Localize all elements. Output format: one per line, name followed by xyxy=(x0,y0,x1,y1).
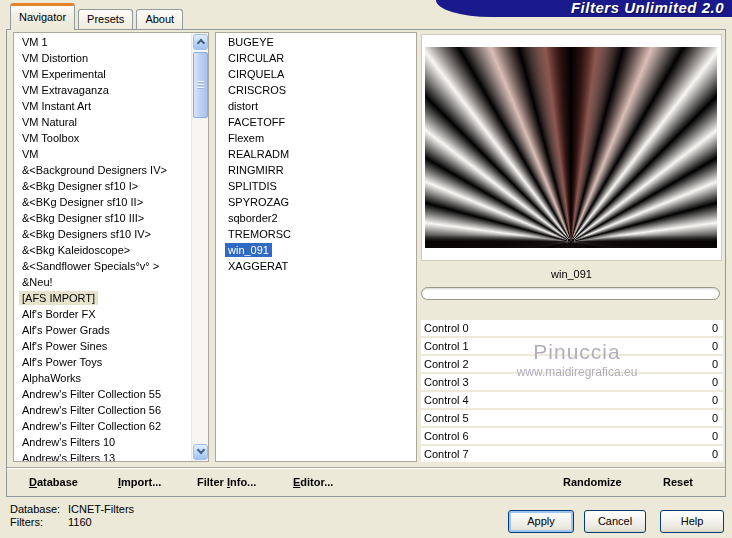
category-list-item[interactable]: &<Bkg Designer sf10 I> xyxy=(14,179,191,195)
control-row[interactable]: Control 40 xyxy=(421,392,723,408)
control-value: 0 xyxy=(712,374,718,390)
category-list-item[interactable]: Andrew's Filter Collection 62 xyxy=(14,419,191,435)
status-database-label: Database: xyxy=(10,503,65,515)
scrollbar-thumb[interactable] xyxy=(193,52,208,118)
control-label: Control 5 xyxy=(424,410,469,426)
control-row[interactable]: Control 00 xyxy=(421,320,723,336)
selected-filter-name: win_091 xyxy=(421,266,722,283)
tab-strip: Navigator Presets About xyxy=(10,3,186,30)
control-label: Control 3 xyxy=(424,374,469,390)
category-list-item[interactable]: Alf's Power Toys xyxy=(14,355,191,371)
category-list-item[interactable]: &<Bkg Designer sf10 III> xyxy=(14,211,191,227)
scroll-down-button[interactable] xyxy=(193,444,208,460)
filter-listbox[interactable]: BUGEYECIRCULARCIRQUELACRISCROSdistortFAC… xyxy=(215,32,417,462)
preview-frame xyxy=(421,34,722,261)
filter-list-item[interactable]: CRISCROS xyxy=(216,83,416,99)
app-brand-banner: Filters Unlimited 2.0 xyxy=(436,0,732,17)
filter-list-item[interactable]: CIRQUELA xyxy=(216,67,416,83)
control-label: Control 7 xyxy=(424,446,469,462)
category-list-item[interactable]: VM xyxy=(14,147,191,163)
category-list-item[interactable]: VM Distortion xyxy=(14,51,191,67)
tab-presets[interactable]: Presets xyxy=(78,9,133,29)
control-label: Control 0 xyxy=(424,320,469,336)
control-value: 0 xyxy=(712,356,718,372)
category-list-item[interactable]: VM 1 xyxy=(14,35,191,51)
filter-preview-image xyxy=(425,47,717,248)
filter-list-item[interactable]: BUGEYE xyxy=(216,35,416,51)
filter-list-item[interactable]: SPYROZAG xyxy=(216,195,416,211)
cancel-button[interactable]: Cancel xyxy=(584,510,646,533)
chevron-down-icon xyxy=(197,446,205,454)
control-row[interactable]: Control 20 xyxy=(421,356,723,372)
preview-progress-slider[interactable] xyxy=(421,287,720,300)
filter-list-item[interactable]: TREMORSC xyxy=(216,227,416,243)
category-list-item[interactable]: VM Toolbox xyxy=(14,131,191,147)
filter-list-item[interactable]: XAGGERAT xyxy=(216,259,416,275)
control-value: 0 xyxy=(712,446,718,462)
navigator-tab-page: VM 1VM DistortionVM ExperimentalVM Extra… xyxy=(6,29,726,497)
status-database: Database: ICNET-Filters xyxy=(10,503,134,515)
randomize-button[interactable]: Randomize xyxy=(563,476,622,488)
control-label: Control 6 xyxy=(424,428,469,444)
import-button[interactable]: Import... xyxy=(118,476,161,488)
category-list-item[interactable]: VM Natural xyxy=(14,115,191,131)
panel-action-bar: Database Import... Filter Info... Editor… xyxy=(7,467,725,496)
tab-navigator[interactable]: Navigator xyxy=(10,3,75,30)
category-list-item[interactable]: Alf's Power Grads xyxy=(14,323,191,339)
category-list-item[interactable]: [AFS IMPORT] xyxy=(14,291,191,307)
filter-list-item[interactable]: win_091 xyxy=(216,243,416,259)
chevron-up-icon xyxy=(197,39,205,47)
category-list-item[interactable]: VM Experimental xyxy=(14,67,191,83)
control-label: Control 2 xyxy=(424,356,469,372)
category-list-item[interactable]: &<Sandflower Specials°v° > xyxy=(14,259,191,275)
category-list-item[interactable]: Andrew's Filters 13 xyxy=(14,451,191,462)
filter-list-item[interactable]: SPLITDIS xyxy=(216,179,416,195)
category-list-item[interactable]: VM Extravaganza xyxy=(14,83,191,99)
filter-list-item[interactable]: RINGMIRR xyxy=(216,163,416,179)
category-listbox[interactable]: VM 1VM DistortionVM ExperimentalVM Extra… xyxy=(13,32,209,462)
filter-list-item[interactable]: Flexem xyxy=(216,131,416,147)
control-value: 0 xyxy=(712,392,718,408)
category-list-scrollbar[interactable] xyxy=(191,33,208,461)
filter-list-item[interactable]: REALRADM xyxy=(216,147,416,163)
editor-button[interactable]: Editor... xyxy=(293,476,333,488)
control-row[interactable]: Control 50 xyxy=(421,410,723,426)
filter-list-item[interactable]: sqborder2 xyxy=(216,211,416,227)
preview-pane: win_091 Control 00Control 10Control 20Co… xyxy=(421,32,724,466)
category-list-item[interactable]: &<BKg Designer sf10 II> xyxy=(14,195,191,211)
status-database-value: ICNET-Filters xyxy=(68,503,134,515)
category-list-item[interactable]: &Neu! xyxy=(14,275,191,291)
control-sliders: Control 00Control 10Control 20Control 30… xyxy=(421,320,723,464)
category-list-item[interactable]: Alf's Power Sines xyxy=(14,339,191,355)
control-label: Control 1 xyxy=(424,338,469,354)
category-list-item[interactable]: AlphaWorks xyxy=(14,371,191,387)
help-button[interactable]: Help xyxy=(660,510,724,533)
category-list-item[interactable]: &<Bkg Designers sf10 IV> xyxy=(14,227,191,243)
category-list-item[interactable]: Alf's Border FX xyxy=(14,307,191,323)
category-list-item[interactable]: VM Instant Art xyxy=(14,99,191,115)
status-filters-label: Filters: xyxy=(10,516,65,528)
filter-list-item[interactable]: FACETOFF xyxy=(216,115,416,131)
status-filters: Filters: 1160 xyxy=(10,516,92,528)
filter-list-item[interactable]: distort xyxy=(216,99,416,115)
control-value: 0 xyxy=(712,338,718,354)
scroll-up-button[interactable] xyxy=(193,34,208,50)
control-row[interactable]: Control 70 xyxy=(421,446,723,462)
control-row[interactable]: Control 10 xyxy=(421,338,723,354)
category-list-item[interactable]: &<Bkg Kaleidoscope> xyxy=(14,243,191,259)
category-list-item[interactable]: Andrew's Filter Collection 55 xyxy=(14,387,191,403)
tab-about[interactable]: About xyxy=(136,9,183,29)
control-row[interactable]: Control 60 xyxy=(421,428,723,444)
control-value: 0 xyxy=(712,320,718,336)
filter-list-item[interactable]: CIRCULAR xyxy=(216,51,416,67)
category-list-item[interactable]: Andrew's Filter Collection 56 xyxy=(14,403,191,419)
category-list-item[interactable]: Andrew's Filters 10 xyxy=(14,435,191,451)
category-list-item[interactable]: &<Background Designers IV> xyxy=(14,163,191,179)
filter-info-button[interactable]: Filter Info... xyxy=(197,476,256,488)
database-button[interactable]: Database xyxy=(29,476,78,488)
control-value: 0 xyxy=(712,428,718,444)
control-row[interactable]: Control 30 xyxy=(421,374,723,390)
control-label: Control 4 xyxy=(424,392,469,408)
apply-button[interactable]: Apply xyxy=(508,510,574,533)
reset-button[interactable]: Reset xyxy=(663,476,693,488)
